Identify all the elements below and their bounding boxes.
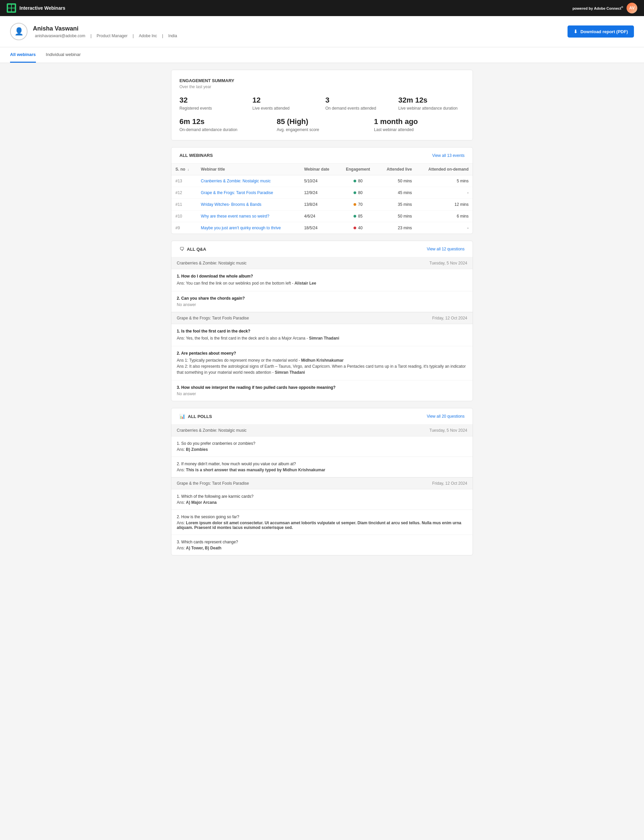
tabs-bar: All webinars Individual webinar	[0, 47, 644, 63]
webinar-date-cell: 18/5/24	[300, 222, 339, 234]
stat-label-engagement: Avg. engagement score	[277, 128, 367, 132]
stat-value-ondemand: 3	[325, 96, 392, 105]
attended-live-cell: 45 mins	[377, 187, 416, 199]
qa-item: 1. How do I download the whole album? An…	[171, 269, 473, 291]
qa-item: 1. Is the fool the first card in the dec…	[171, 324, 473, 346]
row-num: #10	[171, 211, 197, 222]
poll-question: 2. How is the session going so far?	[177, 514, 467, 519]
engagement-title: ENGAGEMENT SUMMARY	[179, 78, 465, 83]
stat-last-attended: 1 month ago Last webinar attended	[374, 117, 465, 132]
view-all-webinars-link[interactable]: View all 13 events	[432, 153, 465, 158]
header-left: Interactive Webinars	[7, 3, 66, 13]
no-answer: No answer	[177, 302, 467, 307]
poll-answer: Ans: Lorem ipsum dolor sit amet consecte…	[177, 521, 467, 530]
qa-item: 2. Are pentacles about moeny? Ans 1: Typ…	[171, 346, 473, 380]
webinar-title-link[interactable]: Maybe you just aren't quirky enough to t…	[201, 226, 281, 230]
stat-value-registered: 32	[179, 96, 246, 105]
logo-cell-1	[8, 5, 11, 8]
webinar-title-link[interactable]: Wriday Witches- Brooms & Bands	[201, 202, 261, 207]
webinar-title-cell: Grape & the Frogs: Tarot Fools Paradise	[197, 187, 300, 199]
tab-individual-webinar[interactable]: Individual webinar	[46, 47, 81, 63]
view-all-polls-link[interactable]: View all 20 questions	[427, 414, 465, 419]
engagement-dot: 85	[353, 214, 363, 219]
engagement-indicator	[353, 215, 356, 218]
engagement-summary-card: ENGAGEMENT SUMMARY Over the last year 32…	[171, 70, 473, 141]
polls-title: ALL POLLS	[188, 414, 212, 419]
profile-location: India	[168, 34, 177, 38]
download-report-button[interactable]: ⬇ Download report (PDF)	[567, 26, 634, 38]
all-webinars-card: ALL WEBINARS View all 13 events S. no ↓ …	[171, 147, 473, 234]
table-row: #9 Maybe you just aren't quirky enough t…	[171, 222, 473, 234]
engagement-cell: 70	[339, 199, 377, 211]
qa-question: 3. How should we interpret the reading i…	[177, 385, 467, 390]
stat-live-attended: 12 Live events attended	[253, 96, 319, 111]
qa-item: 2. Can you share the chords again? No an…	[171, 291, 473, 312]
poll-question: 3. Which cards represent change?	[177, 540, 467, 544]
qa-group-header: Grape & the Frogs: Tarot Fools Paradise …	[171, 312, 473, 324]
row-num: #12	[171, 187, 197, 199]
webinar-title-link[interactable]: Cranberries & Zombie: Nostalgic music	[201, 178, 271, 183]
brand-name: Adobe Connect	[594, 7, 621, 10]
qa-group-date: Tuesday, 5 Nov 2024	[429, 261, 467, 265]
webinar-date-cell: 12/9/24	[300, 187, 339, 199]
attended-live-cell: 35 mins	[377, 199, 416, 211]
stat-value-live-duration: 32m 12s	[399, 96, 465, 105]
brand-sup: ®	[621, 6, 623, 9]
attended-live-cell: 23 mins	[377, 222, 416, 234]
polls-header-row: 📊 ALL POLLS	[179, 414, 212, 419]
profile-name: Anisha Vaswani	[33, 25, 179, 32]
webinar-title-cell: Wriday Witches- Brooms & Bands	[197, 199, 300, 211]
qa-icon: 🗨	[179, 246, 184, 252]
sort-arrow-icon: ↓	[187, 168, 189, 171]
logo-cell-3	[8, 8, 11, 11]
engagement-indicator	[353, 180, 356, 182]
engagement-dot: 70	[353, 202, 363, 207]
table-row: #13 Cranberries & Zombie: Nostalgic musi…	[171, 175, 473, 187]
profile-section: 👤 Anisha Vaswani anishavaswani@adobe.com…	[0, 16, 644, 47]
download-icon: ⬇	[573, 29, 578, 34]
poll-item: 1. So do you prefer cranberries or zombi…	[171, 436, 473, 457]
table-row: #11 Wriday Witches- Brooms & Bands 13/8/…	[171, 199, 473, 211]
app-header: Interactive Webinars powered by Adobe Co…	[0, 0, 644, 16]
view-all-qa-link[interactable]: View all 12 questions	[427, 247, 465, 251]
all-polls-card: 📊 ALL POLLS View all 20 questions Cranbe…	[171, 408, 473, 555]
stat-label-live: Live events attended	[253, 106, 319, 111]
webinar-title-cell: Maybe you just aren't quirky enough to t…	[197, 222, 300, 234]
poll-answer: Ans: A) Tower, B) Death	[177, 546, 467, 550]
stats-row-1: 32 Registered events 12 Live events atte…	[179, 96, 465, 111]
qa-author-1: Midhun Krishnakumar	[301, 358, 344, 363]
poll-item: 2. How is the session going so far? Ans:…	[171, 510, 473, 535]
engagement-dot: 80	[353, 190, 363, 195]
webinar-title-link[interactable]: Grape & the Frogs: Tarot Fools Paradise	[201, 190, 273, 195]
qa-item: 3. How should we interpret the reading i…	[171, 380, 473, 401]
qa-group-header: Cranberries & Zombie: Nostalgic music Tu…	[171, 257, 473, 269]
stat-label-registered: Registered events	[179, 106, 246, 111]
webinar-title-link[interactable]: Why are these event names so weird?	[201, 214, 269, 219]
qa-author-2: Simran Thadani	[275, 370, 305, 375]
tab-all-webinars[interactable]: All webinars	[10, 47, 36, 63]
engagement-dot: 80	[353, 178, 363, 183]
stat-value-ondemand-duration: 6m 12s	[179, 117, 270, 126]
all-webinars-title: ALL WEBINARS	[179, 153, 213, 158]
profile-left: 👤 Anisha Vaswani anishavaswani@adobe.com…	[10, 23, 179, 40]
col-sno[interactable]: S. no ↓	[171, 164, 197, 175]
qa-group-name: Grape & the Frogs: Tarot Fools Paradise	[177, 316, 249, 321]
user-avatar-header[interactable]: AV	[626, 3, 637, 13]
powered-by-label: powered by	[573, 7, 593, 10]
table-row: #12 Grape & the Frogs: Tarot Fools Parad…	[171, 187, 473, 199]
engagement-indicator	[353, 192, 356, 194]
webinar-date-cell: 5/10/24	[300, 175, 339, 187]
stat-value-live: 12	[253, 96, 319, 105]
col-title: Webinar title	[197, 164, 300, 175]
polls-group-name: Cranberries & Zombie: Nostalgic music	[177, 428, 246, 433]
qa-answer: Ans: You can find the link on our weblin…	[177, 280, 467, 286]
attended-ondemand-cell: 5 mins	[416, 175, 473, 187]
stat-label-ondemand: On demand events attended	[325, 106, 392, 111]
webinar-date-cell: 13/8/24	[300, 199, 339, 211]
poll-answer: Ans: A) Major Arcana	[177, 500, 467, 505]
table-row: #10 Why are these event names so weird? …	[171, 211, 473, 222]
webinar-date-cell: 4/6/24	[300, 211, 339, 222]
row-num: #9	[171, 222, 197, 234]
download-btn-label: Download report (PDF)	[580, 29, 628, 34]
polls-group-header: Grape & the Frogs: Tarot Fools Paradise …	[171, 477, 473, 490]
